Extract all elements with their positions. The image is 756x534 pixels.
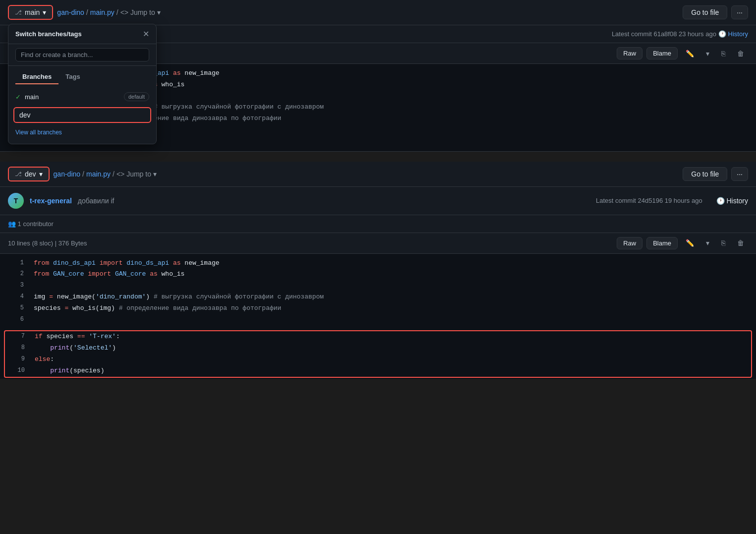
bottom-edit-icon[interactable]: ✏️	[682, 237, 698, 249]
branch-icon-bottom: ⎇	[15, 171, 22, 178]
bottom-dropdown-edit-icon[interactable]: ▾	[702, 237, 713, 249]
bottom-code-line-5: 5 species = who_is(img) # определение ви…	[0, 303, 756, 314]
tags-tab[interactable]: Tags	[58, 70, 87, 84]
top-history-link[interactable]: 🕐 History	[718, 30, 748, 38]
top-go-to-file-button[interactable]: Go to file	[683, 5, 727, 19]
contributor-avatar: T	[8, 193, 24, 209]
bottom-section: ⎇ dev ▾ gan-dino / main.py / <> Jump to …	[0, 162, 756, 379]
branch-dropdown: Switch branches/tags ✕ Branches Tags ✓ m…	[8, 24, 157, 144]
bottom-raw-button[interactable]: Raw	[617, 237, 642, 249]
bottom-repo-link[interactable]: gan-dino	[54, 170, 81, 178]
bottom-breadcrumb: gan-dino / main.py / <> Jump to ▾	[54, 170, 157, 178]
jump-to-label: <> Jump to	[120, 8, 155, 16]
top-delete-icon[interactable]: 🗑	[733, 48, 748, 59]
contributor-count-bar: 👥 1 contributor	[0, 215, 756, 233]
bottom-delete-icon[interactable]: 🗑	[733, 237, 748, 249]
bottom-code-line-7: 7 if species == 'T-rex':	[5, 331, 751, 343]
top-raw-button[interactable]: Raw	[617, 47, 642, 59]
main-branch-item[interactable]: ✓ main default	[8, 88, 156, 105]
bottom-branch-label: dev	[25, 170, 36, 178]
top-copy-icon[interactable]: ⎘	[717, 48, 729, 59]
default-badge: default	[124, 92, 149, 101]
branch-search-input[interactable]	[15, 48, 149, 61]
contributor-bar: T t-rex-general добавили if Latest commi…	[0, 187, 756, 215]
chevron-down-icon-bottom: ▾	[39, 170, 43, 178]
chevron-down-icon: ▾	[43, 8, 46, 16]
bottom-code-line-10: 10 print(species)	[5, 365, 751, 377]
bottom-toolbar: ⎇ dev ▾ gan-dino / main.py / <> Jump to …	[0, 162, 756, 187]
repo-link[interactable]: gan-dino	[57, 8, 84, 16]
branch-icon: ⎇	[15, 9, 22, 16]
bottom-jump-to-button[interactable]: <> Jump to ▾	[116, 170, 157, 178]
bottom-blame-button[interactable]: Blame	[646, 237, 678, 249]
top-section: ⎇ main ▾ gan-dino / main.py / <> Jump to…	[0, 0, 756, 152]
bottom-jump-to-arrow-icon: ▾	[153, 170, 157, 178]
top-branch-button[interactable]: ⎇ main ▾	[8, 5, 53, 20]
dev-branch-item[interactable]: dev	[13, 107, 151, 123]
top-dropdown-edit-icon[interactable]: ▾	[702, 48, 713, 59]
contributor-message: добавили if	[78, 197, 115, 205]
sep1: /	[86, 8, 88, 16]
sep2: /	[116, 8, 118, 16]
bottom-copy-icon[interactable]: ⎘	[717, 237, 729, 249]
bottom-history-link[interactable]: 🕐 History	[716, 197, 748, 205]
history-clock-icon: 🕐	[718, 30, 726, 38]
dropdown-header: Switch branches/tags ✕	[8, 24, 156, 44]
jump-to-arrow-icon: ▾	[157, 8, 161, 16]
top-breadcrumb: gan-dino / main.py / <> Jump to ▾	[57, 8, 160, 16]
top-more-button[interactable]: ···	[731, 5, 748, 19]
dropdown-search-area	[8, 44, 156, 66]
view-all-branches-link[interactable]: View all branches	[8, 125, 156, 140]
check-icon: ✓	[15, 93, 21, 101]
highlighted-code-block: 7 if species == 'T-rex': 8 print('Select…	[4, 330, 752, 377]
bottom-more-button[interactable]: ···	[731, 167, 748, 181]
file-meta: 10 lines (8 sloc) | 376 Bytes	[8, 239, 87, 247]
dropdown-close-button[interactable]: ✕	[143, 29, 149, 39]
bottom-sep2: /	[113, 170, 115, 178]
file-link[interactable]: main.py	[90, 8, 115, 16]
top-commit-info: Latest commit 61a8f08 23 hours ago	[612, 30, 716, 38]
bottom-code-lines: 1 from dino_ds_api import dino_ds_api as…	[0, 254, 756, 330]
jump-to-button[interactable]: <> Jump to ▾	[120, 8, 161, 16]
top-branch-label: main	[25, 8, 40, 16]
contributor-count: 👥 1 contributor	[8, 220, 54, 228]
top-blame-button[interactable]: Blame	[646, 47, 678, 59]
bottom-jump-to-label: <> Jump to	[116, 170, 151, 178]
bottom-code-line-9: 9 else:	[5, 354, 751, 365]
bottom-code-line-6: 6	[0, 314, 756, 326]
bottom-history-label: History	[726, 197, 748, 205]
bottom-code-line-8: 8 print('Selectel')	[5, 343, 751, 354]
contributor-name[interactable]: t-rex-general	[30, 197, 72, 205]
bottom-sep1: /	[82, 170, 84, 178]
bottom-commit-info: Latest commit 24d5196 19 hours ago	[596, 197, 702, 204]
bottom-file-info-bar: 10 lines (8 sloc) | 376 Bytes Raw Blame …	[0, 233, 756, 254]
dropdown-title: Switch branches/tags	[15, 30, 82, 38]
bottom-code-container: 1 from dino_ds_api import dino_ds_api as…	[0, 254, 756, 379]
dev-branch-name: dev	[19, 111, 31, 119]
dropdown-branch-list: ✓ main default dev View all branches	[8, 84, 156, 144]
bottom-code-line-1: 1 from dino_ds_api import dino_ds_api as…	[0, 258, 756, 269]
dropdown-tabs: Branches Tags	[8, 66, 156, 84]
top-toolbar: ⎇ main ▾ gan-dino / main.py / <> Jump to…	[0, 0, 756, 25]
section-divider	[0, 152, 756, 162]
history-clock-icon-bottom: 🕐	[716, 197, 725, 205]
main-branch-name: main	[25, 93, 39, 101]
bottom-branch-button[interactable]: ⎇ dev ▾	[8, 167, 50, 181]
top-edit-icon[interactable]: ✏️	[682, 48, 698, 59]
top-history-label: History	[728, 30, 748, 38]
bottom-code-line-2: 2 from GAN_core import GAN_core as who_i…	[0, 269, 756, 280]
bottom-file-link[interactable]: main.py	[86, 170, 111, 178]
bottom-go-to-file-button[interactable]: Go to file	[683, 167, 727, 181]
bottom-code-line-3: 3	[0, 280, 756, 292]
bottom-code-line-4: 4 img = new_image('dino_random') # выгру…	[0, 292, 756, 303]
branches-tab[interactable]: Branches	[15, 70, 58, 84]
